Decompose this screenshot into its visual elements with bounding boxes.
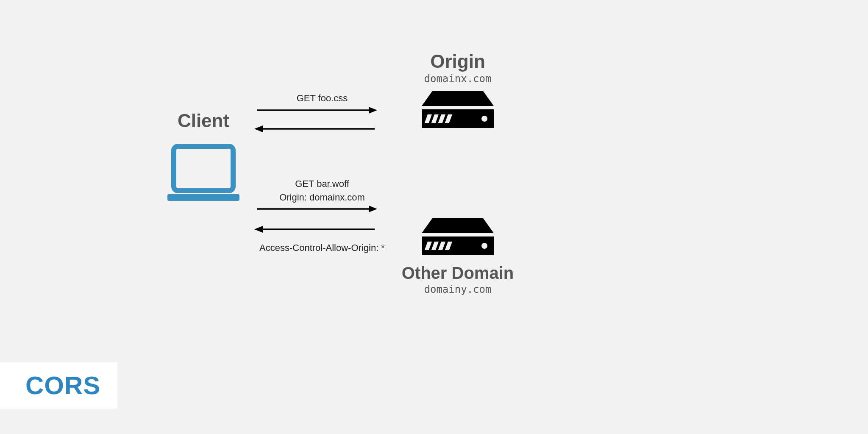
svg-marker-17 — [369, 107, 377, 114]
server-icon — [417, 89, 498, 131]
arrow-right-icon — [254, 205, 377, 213]
origin-block: Origin domainx.com — [398, 51, 517, 133]
arrow-left-icon — [254, 225, 377, 234]
origin-title: Origin — [398, 51, 517, 72]
arrow-group-origin: GET foo.css — [254, 92, 390, 139]
client-block: Client — [148, 110, 259, 203]
svg-marker-21 — [369, 206, 377, 212]
svg-marker-23 — [254, 226, 263, 233]
svg-marker-2 — [422, 91, 494, 106]
origin-subtitle: domainx.com — [398, 73, 517, 85]
client-label: Client — [148, 110, 259, 131]
other-domain-subtitle: domainy.com — [390, 284, 526, 295]
other-domain-block: Other Domain domainy.com — [390, 216, 526, 295]
arrow-group-other: GET bar.woff Origin: domainx.com Access-… — [254, 178, 390, 254]
svg-rect-1 — [167, 194, 239, 201]
request-label-bottom-line1: GET bar.woff — [254, 178, 390, 190]
other-domain-title: Other Domain — [390, 264, 526, 283]
svg-rect-0 — [174, 146, 233, 191]
svg-point-15 — [481, 243, 487, 249]
laptop-icon — [163, 144, 244, 203]
server-icon — [417, 216, 498, 259]
footer-label: CORS — [25, 371, 100, 400]
footer-badge: CORS — [0, 362, 117, 409]
response-label-bottom: Access-Control-Allow-Origin: * — [254, 242, 390, 254]
arrow-left-icon — [254, 125, 377, 133]
request-label-bottom-line2: Origin: domainx.com — [254, 192, 390, 203]
svg-marker-19 — [254, 125, 263, 132]
arrow-right-icon — [254, 106, 377, 114]
request-label-top: GET foo.css — [254, 92, 390, 104]
svg-point-8 — [481, 116, 487, 122]
svg-marker-9 — [422, 218, 494, 233]
